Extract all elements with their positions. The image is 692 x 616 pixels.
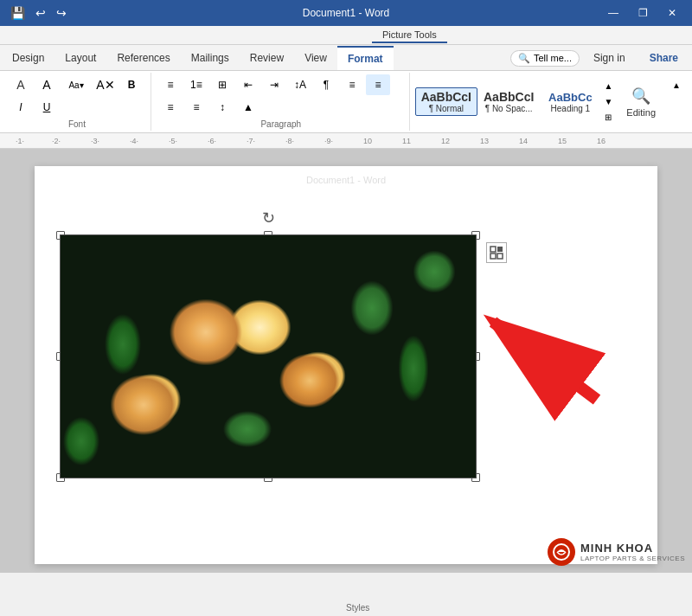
style-normal-label: ¶ Normal — [429, 104, 464, 113]
svg-rect-2 — [490, 253, 496, 259]
editing-label: Editing — [626, 107, 656, 118]
svg-rect-1 — [497, 247, 503, 252]
tab-design[interactable]: Design — [2, 46, 54, 70]
sign-in-button[interactable]: Sign in — [583, 46, 636, 70]
font-color-btn[interactable]: A — [9, 74, 33, 95]
document-area: Document1 - Word ↻ — [0, 149, 692, 573]
tab-layout[interactable]: Layout — [54, 46, 106, 70]
rose-image — [61, 235, 476, 478]
style-nospace-preview: AaBbCcI — [484, 90, 534, 104]
styles-expand[interactable]: ⊞ — [602, 110, 614, 125]
align-right-btn[interactable]: ≡ — [158, 97, 183, 118]
ribbon-toolbar: A A Aa▾ A✕ B I U Font ≡ 1≡ ⊞ ⇤ ⇥ ↕A ¶ ≡ … — [0, 71, 692, 133]
tab-mailings[interactable]: Mailings — [181, 46, 240, 70]
numbering-btn[interactable]: 1≡ — [184, 74, 208, 95]
quick-access-save[interactable]: 💾 — [7, 4, 29, 22]
text-highlight-btn[interactable]: A — [35, 74, 59, 95]
styles-scroll-down[interactable]: ▼ — [602, 94, 614, 110]
editing-section: 🔍 Editing — [619, 73, 663, 131]
underline-btn[interactable]: U — [35, 97, 59, 118]
font-group-label: Font — [68, 118, 86, 129]
shading-btn[interactable]: ▲ — [236, 97, 260, 118]
title-bar: 💾 ↩ ↪ Document1 - Word — ❐ ✕ — [0, 0, 692, 26]
watermark: Document1 - Word — [306, 175, 386, 185]
minimize-button[interactable]: — — [600, 4, 626, 22]
styles-group-label: Styles — [346, 601, 369, 613]
layout-icon — [490, 246, 503, 260]
multilevel-btn[interactable]: ⊞ — [210, 74, 234, 95]
paragraph-group-label: Paragraph — [260, 118, 301, 129]
align-center-btn[interactable]: ≡ — [366, 74, 390, 95]
image-container[interactable]: ↻ — [61, 235, 476, 478]
svg-rect-0 — [490, 247, 496, 252]
tab-review[interactable]: Review — [240, 46, 294, 70]
style-normal[interactable]: AaBbCcI ¶ Normal — [415, 87, 477, 116]
line-spacing-btn[interactable]: ↕ — [210, 97, 234, 118]
ruler: ·1· ·2· ·3· ·4· ·5· ·6· ·7· ·8· ·9· 10 1… — [0, 133, 692, 149]
show-marks-btn[interactable]: ¶ — [314, 74, 338, 95]
svg-rect-3 — [497, 253, 503, 259]
tab-view[interactable]: View — [294, 46, 337, 70]
justify-btn[interactable]: ≡ — [184, 97, 208, 118]
logo-subtitle: LAPTOP PARTS & SERVICES — [580, 555, 685, 562]
style-nospace-label: ¶ No Spac... — [485, 104, 533, 113]
increase-indent-btn[interactable]: ⇥ — [262, 74, 286, 95]
red-arrow — [467, 305, 614, 428]
align-left-btn[interactable]: ≡ — [340, 74, 364, 95]
style-normal-preview: AaBbCcI — [421, 90, 471, 104]
picture-tools-label: Picture Tools — [372, 28, 447, 43]
logo-bar: MINH KHOA LAPTOP PARTS & SERVICES — [548, 538, 685, 566]
tab-format[interactable]: Format — [337, 46, 394, 70]
paragraph-group: ≡ 1≡ ⊞ ⇤ ⇥ ↕A ¶ ≡ ≡ ≡ ≡ ↕ ▲ Paragraph — [153, 73, 410, 131]
logo-name: MINH KHOA — [580, 542, 685, 555]
layout-options-button[interactable] — [486, 242, 507, 263]
bullets-btn[interactable]: ≡ — [158, 74, 183, 95]
style-heading1[interactable]: AaBbCc Heading 1 — [540, 88, 600, 116]
font-size-btn[interactable]: Aa▾ — [61, 74, 92, 95]
style-h1-preview: AaBbCc — [548, 91, 593, 104]
search-icon: 🔍 — [518, 53, 530, 64]
ribbon-tabs: Design Layout References Mailings Review… — [0, 45, 692, 71]
picture-tools-bar: Picture Tools — [0, 26, 692, 45]
style-h1-label: Heading 1 — [551, 104, 591, 113]
restore-button[interactable]: ❐ — [630, 4, 656, 22]
styles-scroll-up[interactable]: ▲ — [602, 79, 614, 94]
quick-access-redo[interactable]: ↪ — [53, 4, 70, 22]
close-button[interactable]: ✕ — [659, 4, 685, 22]
logo-icon — [548, 538, 575, 566]
search-icon: 🔍 — [631, 87, 650, 106]
rose-image-content — [61, 235, 476, 478]
svg-line-5 — [493, 322, 597, 400]
style-no-spacing[interactable]: AaBbCcI ¶ No Spac... — [477, 87, 540, 116]
window-title: Document1 - Word — [303, 7, 389, 19]
sort-btn[interactable]: ↕A — [288, 74, 312, 95]
decrease-indent-btn[interactable]: ⇤ — [236, 74, 260, 95]
quick-access-undo[interactable]: ↩ — [32, 4, 49, 22]
font-group: A A Aa▾ A✕ B I U Font — [3, 73, 151, 131]
italic-btn[interactable]: I — [9, 97, 33, 118]
clear-format-btn[interactable]: A✕ — [93, 74, 118, 95]
tell-me-input[interactable]: 🔍 Tell me... — [510, 50, 580, 67]
rotate-handle[interactable]: ↻ — [260, 209, 277, 227]
share-button[interactable]: Share — [639, 46, 689, 70]
tab-references[interactable]: References — [106, 46, 180, 70]
document-page: Document1 - Word ↻ — [35, 166, 657, 564]
collapse-ribbon-btn[interactable]: ▲ — [664, 74, 689, 95]
bold-btn[interactable]: B — [119, 74, 144, 95]
styles-group: AaBbCcI ¶ Normal AaBbCcI ¶ No Spac... Aa… — [412, 73, 618, 131]
